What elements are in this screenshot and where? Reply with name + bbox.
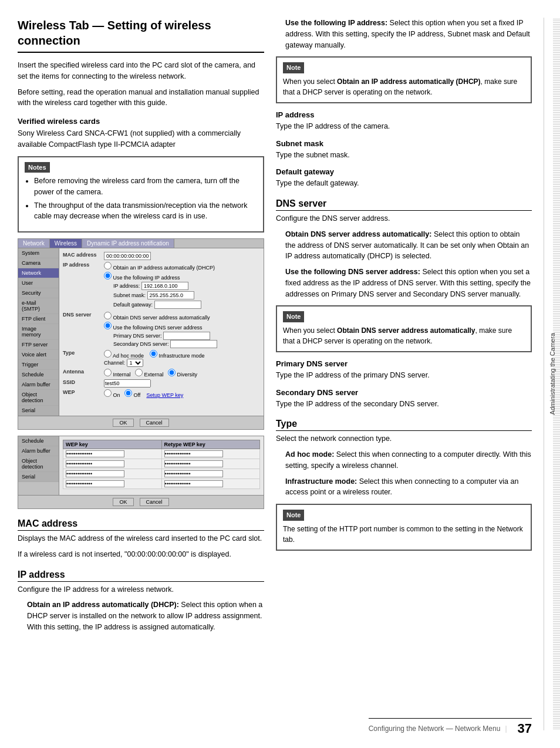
cancel-button-wep[interactable]: Cancel — [140, 498, 169, 506]
secondary-dns-desc: Type the IP address of the secondary DNS… — [276, 399, 532, 410]
wep-retype-key-3[interactable] — [164, 470, 223, 477]
diversity-label[interactable]: Diversity — [168, 372, 197, 378]
radio-use-input[interactable] — [104, 272, 112, 279]
mac-address-text2: If a wireless card is not inserted, "00:… — [18, 549, 264, 560]
wep-key-2[interactable] — [66, 460, 124, 467]
ip-field[interactable]: 192.168.0.100 — [141, 282, 188, 290]
page-container: Wireless Tab — Setting of wireless conne… — [0, 0, 560, 748]
nav-network[interactable]: Network — [18, 268, 59, 278]
primary-dns-field[interactable] — [163, 332, 210, 340]
camera-ui-wep-sidebar: Schedule Alarm buffer Object detection S… — [18, 436, 264, 495]
subnet-mask-section: Subnet mask — [276, 139, 532, 148]
external-label[interactable]: External — [135, 372, 164, 378]
tab-wireless[interactable]: Wireless — [50, 239, 82, 248]
dns-fields-group: Primary DNS server: Secondary DNS server… — [113, 332, 260, 348]
nav-ftp-server[interactable]: FTP server — [18, 340, 59, 350]
wep-retype-2 — [161, 459, 260, 469]
nav-email[interactable]: e-Mail (SMTP) — [18, 298, 59, 314]
wep-label: WEP — [63, 389, 104, 395]
radio-obtain-dns-label[interactable]: Obtain DNS server address automatically — [104, 315, 210, 321]
note-item-2: The throughput of the data transmission/… — [34, 200, 257, 223]
tab-network[interactable]: Network — [18, 239, 50, 248]
note-box-1: Note When you select Obtain an IP addres… — [276, 56, 532, 103]
page-number: 37 — [518, 721, 532, 736]
secondary-dns-field[interactable] — [170, 340, 217, 348]
wep-row-3 — [63, 469, 260, 479]
dns-row: DNS server Obtain DNS server address aut… — [63, 312, 260, 348]
nav-alarm-buffer[interactable]: Alarm buffer — [18, 380, 59, 390]
radio-dhcp-label[interactable]: Obtain an IP address automatically (DHCP… — [104, 265, 215, 271]
nav-wep-alarm[interactable]: Alarm buffer — [18, 446, 59, 456]
radio-dhcp-input[interactable] — [104, 262, 112, 269]
wep-off-label[interactable]: Off — [124, 392, 140, 398]
nav-ftp-client[interactable]: FTP client — [18, 314, 59, 324]
subnet-field[interactable]: 255.255.255.0 — [147, 291, 194, 299]
camera-nav: System Camera Network User Security e-Ma… — [18, 248, 59, 416]
channel-select[interactable]: 1 — [127, 359, 143, 367]
obtain-dhcp-block: Obtain an IP address automatically (DHCP… — [18, 599, 264, 632]
diversity-radio[interactable] — [168, 369, 176, 376]
obtain-dns-block: Obtain DNS server address automatically:… — [276, 229, 532, 262]
ip-address-heading: IP address — [18, 570, 264, 582]
antenna-label: Antenna — [63, 369, 104, 375]
mac-input[interactable]: 00:00:00:00:00:00 — [104, 252, 151, 260]
internal-label[interactable]: Internal — [104, 372, 131, 378]
adhoc-radio[interactable] — [104, 350, 112, 358]
camera-ui-wep: Schedule Alarm buffer Object detection S… — [18, 436, 264, 509]
ip-options: Obtain an IP address automatically (DHCP… — [104, 262, 260, 310]
default-gateway-desc: Type the default gateway. — [276, 178, 532, 189]
wep-on-radio[interactable] — [104, 389, 112, 397]
ok-button-wep[interactable]: OK — [113, 498, 133, 506]
radio-use-dns: Use the following DNS server address — [104, 322, 260, 331]
nav-wep-schedule[interactable]: Schedule — [18, 436, 59, 446]
tab-dynamic-ip[interactable]: Dynamic IP address notification — [82, 239, 174, 248]
nav-wep-object[interactable]: Object detection — [18, 456, 59, 472]
dns-server-heading: DNS server — [276, 198, 532, 211]
mac-address-text: Displays the MAC address of the wireless… — [18, 533, 264, 544]
nav-voice-alert[interactable]: Voice alert — [18, 350, 59, 360]
nav-security[interactable]: Security — [18, 288, 59, 298]
radio-use-label[interactable]: Use the following IP address — [104, 275, 180, 281]
wep-table: WEP key Retype WEP key — [63, 440, 260, 489]
infra-block: Infrastructure mode: Select this when co… — [276, 476, 532, 498]
gateway-field[interactable] — [154, 301, 201, 309]
wep-off-radio[interactable] — [124, 389, 132, 397]
nav-wep-serial[interactable]: Serial — [18, 472, 59, 482]
adhoc-label[interactable]: Ad hoc mode — [104, 353, 144, 359]
camera-ui-sidebar: System Camera Network User Security e-Ma… — [18, 248, 264, 416]
internal-radio[interactable] — [104, 369, 112, 376]
adhoc-label: Ad hoc mode: — [285, 450, 334, 459]
nav-system[interactable]: System — [18, 248, 59, 258]
nav-image-memory[interactable]: Image memory — [18, 324, 59, 340]
radio-use-dns-input[interactable] — [104, 322, 112, 329]
infra-label[interactable]: Infrastructure mode — [150, 353, 205, 359]
ssid-input[interactable] — [104, 379, 151, 388]
ip-row: IP address Obtain an IP address automati… — [63, 262, 260, 310]
wep-key-4[interactable] — [66, 480, 124, 487]
nav-user[interactable]: User — [18, 278, 59, 288]
wep-retype-key-4[interactable] — [164, 480, 223, 487]
wep-retype-key-1[interactable] — [164, 450, 223, 457]
external-radio[interactable] — [135, 369, 143, 376]
nav-camera[interactable]: Camera — [18, 258, 59, 268]
cancel-button-top[interactable]: Cancel — [140, 419, 169, 427]
infra-radio[interactable] — [150, 350, 157, 358]
nav-serial[interactable]: Serial — [18, 406, 59, 416]
nav-object-detection[interactable]: Object detection — [18, 390, 59, 406]
wep-key-1[interactable] — [66, 450, 124, 457]
mac-address-heading: MAC address — [18, 518, 264, 531]
wep-key-3[interactable] — [66, 470, 124, 477]
wep-on-label[interactable]: On — [104, 392, 120, 398]
radio-obtain-dns-input[interactable] — [104, 312, 112, 319]
antenna-value: Internal External Diversity — [104, 369, 260, 378]
nav-schedule[interactable]: Schedule — [18, 370, 59, 380]
verified-heading: Verified wireless cards — [18, 117, 264, 126]
nav-trigger[interactable]: Trigger — [18, 360, 59, 370]
primary-dns-heading: Primary DNS server — [276, 359, 532, 368]
notes-label: Notes — [25, 162, 50, 173]
setup-wep-link[interactable]: Setup WEP key — [146, 392, 183, 398]
ok-button-top[interactable]: OK — [113, 419, 133, 427]
left-column: Wireless Tab — Setting of wireless conne… — [18, 18, 276, 730]
radio-use-dns-label[interactable]: Use the following DNS server address — [104, 325, 203, 331]
wep-retype-key-2[interactable] — [164, 460, 223, 467]
